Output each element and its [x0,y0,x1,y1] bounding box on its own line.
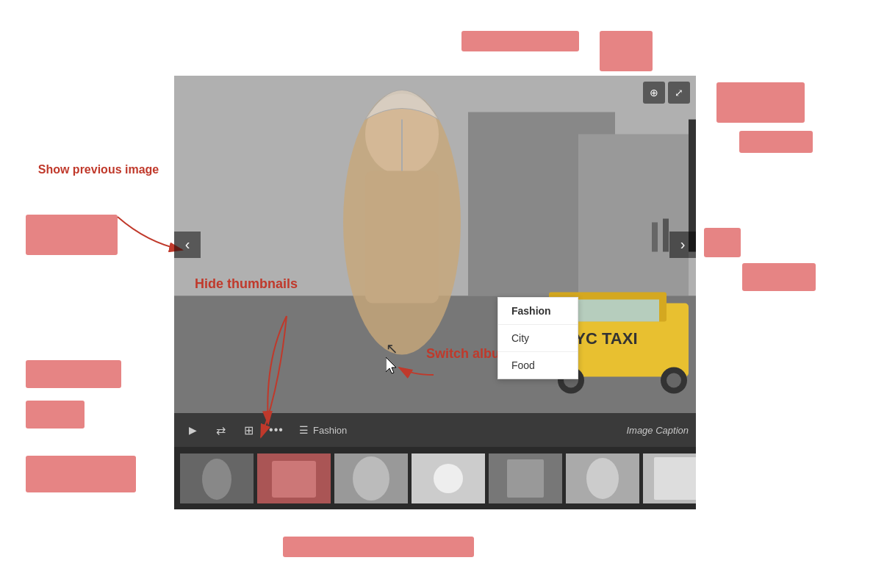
svg-point-11 [667,373,681,388]
annotation-hide-thumbnails: Hide thumbnails [195,276,298,293]
thumbnail-2[interactable] [257,453,331,503]
svg-rect-29 [507,459,544,498]
album-selector[interactable]: ☰ Fashion [293,421,353,439]
thumbnail-7[interactable] [643,453,696,503]
grid-button[interactable]: ⊞ [237,419,259,441]
album-dropdown-menu: Fashion City Food [497,297,578,379]
thumbnail-3[interactable] [334,453,408,503]
annotation-prev-image: Show previous image [32,162,165,178]
zoom-icon: ⊕ [650,87,658,98]
svg-rect-3 [578,135,689,296]
more-button[interactable]: ••• [265,419,287,441]
thumbnail-6[interactable] [566,453,639,503]
fullscreen-icon: ⤢ [675,87,683,98]
play-button[interactable]: ▶ [182,419,204,441]
svg-rect-33 [654,457,696,500]
thumbnail-5[interactable] [489,453,562,503]
gallery-top-icons: ⊕ ⤢ [643,82,690,104]
album-option-city[interactable]: City [498,325,578,352]
current-album-label: Fashion [313,425,347,436]
svg-rect-16 [365,171,439,304]
svg-point-25 [353,456,389,501]
shuffle-button[interactable]: ⇄ [209,419,231,441]
thumbnails-strip[interactable] [174,447,696,509]
play-icon: ▶ [189,424,197,436]
svg-rect-23 [272,461,316,498]
fullscreen-button[interactable]: ⤢ [668,82,690,104]
thumbnail-1[interactable] [180,453,254,503]
svg-rect-18 [663,219,669,252]
next-arrow-icon: › [680,236,686,253]
thumbnail-4[interactable] [412,453,485,503]
prev-image-button[interactable]: ‹ [174,232,201,258]
svg-point-27 [434,464,463,493]
image-caption: Image Caption [626,425,689,436]
shuffle-icon: ⇄ [216,423,226,437]
more-icon: ••• [269,423,284,437]
svg-point-21 [202,459,231,500]
svg-point-31 [586,458,619,499]
svg-rect-17 [652,223,658,252]
next-image-button[interactable]: › [669,232,696,258]
prev-arrow-icon: ‹ [185,236,190,253]
album-option-food[interactable]: Food [498,352,578,379]
grid-icon: ⊞ [244,423,254,437]
list-icon: ☰ [299,424,309,436]
album-option-fashion[interactable]: Fashion [498,298,578,325]
toolbar: ▶ ⇄ ⊞ ••• ☰ Fashion Image Caption [174,413,696,447]
zoom-button[interactable]: ⊕ [643,82,665,104]
